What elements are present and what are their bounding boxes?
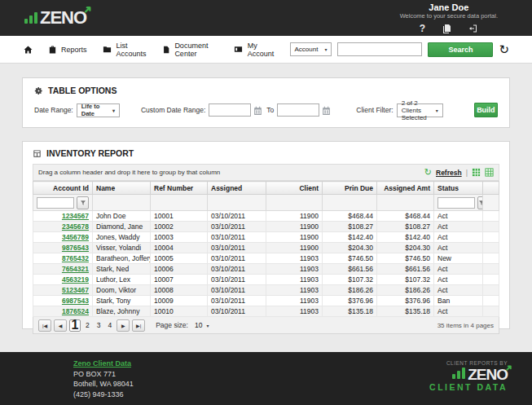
table-row: 2345678Diamond, Jane1000203/10/201111900… (33, 222, 499, 232)
bar-chart-icon (452, 368, 465, 379)
col-header-filler (483, 182, 499, 195)
client-filter-label: Client Filter: (356, 106, 393, 114)
status-value: Act (434, 285, 483, 296)
to-label: To (266, 106, 274, 114)
build-button[interactable]: Build (474, 103, 498, 117)
status-value: New (434, 253, 483, 264)
group-by-bar[interactable]: Drag a column header and drop it here to… (33, 164, 499, 181)
chevron-down-icon: ▾ (112, 108, 115, 113)
account-id-filter-input[interactable] (37, 197, 74, 209)
col-header-prin-due[interactable]: Prin Due (323, 182, 377, 195)
footer-address-line2: Bothell, WA 98041 (73, 379, 134, 390)
pages-icon[interactable] (442, 24, 451, 33)
prev-page-button[interactable]: ◀ (54, 319, 67, 332)
status-value: Act (434, 243, 483, 253)
nav-bar: Reports List Accounts Document Center My… (0, 36, 532, 64)
col-header-status[interactable]: Status (434, 182, 483, 195)
document-icon (162, 45, 170, 55)
first-page-button[interactable]: |◀ (38, 319, 51, 332)
status-value: Act (434, 275, 483, 285)
account-link[interactable]: 8765432 (62, 254, 89, 262)
table-icon (33, 149, 42, 158)
footer-address-line1: PO BOX 771 (73, 369, 134, 380)
next-page-button[interactable]: ▶ (117, 319, 130, 332)
page-size-select[interactable]: 10 ▾ (191, 319, 213, 332)
status-value: Act (434, 222, 483, 232)
search-button[interactable]: Search (428, 42, 493, 57)
col-header-assigned-amt[interactable]: Assigned Amt (377, 182, 434, 195)
chevron-down-icon: ▾ (324, 46, 327, 52)
account-link[interactable]: 1876524 (62, 307, 89, 315)
refresh-icon[interactable]: ↻ (424, 168, 432, 177)
date-range-label: Date Range: (34, 106, 73, 114)
table-row: 8765432Baratheon, Joffery1000503/10/2011… (33, 253, 499, 264)
search-input[interactable] (337, 42, 422, 56)
page-button[interactable]: 3 (95, 321, 103, 329)
user-name: Jane Doe (400, 2, 498, 12)
calendar-icon[interactable] (321, 105, 332, 116)
col-header-client[interactable]: Client (266, 182, 323, 195)
nav-item-document-center[interactable]: Document Center (162, 42, 218, 58)
funnel-icon[interactable] (477, 196, 483, 209)
table-options-card: TABLE OPTIONS Date Range: Life to Date ▾… (22, 77, 510, 128)
table-row: 7654321Stark, Ned1000603/10/201111903$66… (33, 264, 499, 275)
table-row: 9876543Visser, Yolandi1000403/10/2011119… (33, 243, 499, 253)
footer-zeno-logo: ZENO ➜ (429, 368, 508, 382)
footer-client-data-text: CLIENT DATA (429, 382, 508, 392)
bar-chart-icon (24, 12, 37, 24)
table-row: 6987543Stark, Tony1000903/10/201111903$3… (33, 296, 499, 306)
col-header-account-id[interactable]: Account Id (33, 182, 93, 195)
pager: |◀ ◀ 1 2 3 4 ▶ ▶| Page size: 10 ▾ 35 ite… (33, 317, 499, 334)
chevron-down-icon: ▾ (436, 108, 438, 113)
page-size-label: Page size: (156, 321, 188, 329)
logout-icon[interactable] (468, 24, 478, 33)
footer: Zeno Client Data PO BOX 771 Bothell, WA … (0, 352, 532, 405)
pager-summary: 35 items in 4 pages (437, 322, 494, 329)
col-header-name[interactable]: Name (93, 182, 151, 195)
refresh-icon[interactable]: ↻ (499, 43, 509, 55)
header-user-area: Jane Doe Welcome to your secure data por… (400, 2, 498, 33)
home-icon[interactable] (23, 45, 33, 55)
client-filter-select[interactable]: 2 of 2 Clients Selected ▾ (397, 103, 443, 117)
nav-item-reports[interactable]: Reports (48, 45, 87, 55)
custom-date-from-input[interactable] (209, 103, 251, 117)
account-link[interactable]: 6987543 (62, 297, 89, 305)
status-filter-input[interactable] (437, 197, 475, 209)
funnel-icon[interactable] (77, 196, 89, 209)
account-link[interactable]: 3456789 (62, 233, 89, 241)
refresh-link[interactable]: Refresh (436, 169, 462, 177)
page-button-current[interactable]: 1 (69, 319, 81, 332)
nav-item-list-accounts[interactable]: List Accounts (102, 42, 148, 58)
search-category-select[interactable]: Account ▾ (290, 42, 332, 56)
custom-date-to-input[interactable] (277, 103, 319, 117)
table-options-title: TABLE OPTIONS (48, 86, 117, 95)
account-link[interactable]: 4563219 (62, 275, 89, 284)
account-link[interactable]: 1234567 (62, 212, 89, 220)
date-range-select[interactable]: Life to Date ▾ (77, 103, 120, 117)
col-header-assigned[interactable]: Assigned (208, 182, 266, 195)
reports-by-text: CLIENT REPORTS BY (429, 360, 508, 366)
help-icon[interactable]: ? (420, 24, 425, 33)
inventory-report-card: INVENTORY REPORT Drag a column header an… (22, 141, 510, 329)
footer-phone: (425) 949-1336 (73, 390, 134, 400)
account-link[interactable]: 7654321 (62, 265, 89, 273)
export-excel-icon[interactable] (472, 168, 481, 177)
page-button[interactable]: 2 (83, 321, 92, 329)
account-link[interactable]: 2345678 (62, 222, 89, 231)
page-button[interactable]: 4 (105, 321, 114, 329)
footer-company-link[interactable]: Zeno Client Data (73, 359, 131, 368)
last-page-button[interactable]: ▶| (132, 319, 145, 332)
account-link[interactable]: 9876543 (62, 244, 89, 252)
nav-item-my-account[interactable]: My Account (233, 42, 275, 58)
export-csv-icon[interactable] (485, 168, 494, 177)
id-card-icon (233, 45, 244, 54)
filter-row (33, 195, 499, 211)
zeno-logo[interactable]: ZENO ➜ (24, 9, 86, 27)
table-row: 1876524Blaze, Johnny1001003/10/201111903… (33, 306, 499, 317)
separator: | (466, 169, 468, 177)
account-link[interactable]: 5123467 (62, 286, 89, 294)
calendar-icon[interactable] (253, 105, 263, 116)
col-header-ref-number[interactable]: Ref Number (151, 182, 208, 195)
chevron-down-icon: ▾ (206, 323, 209, 328)
welcome-text: Welcome to your secure data portal. (400, 12, 498, 20)
